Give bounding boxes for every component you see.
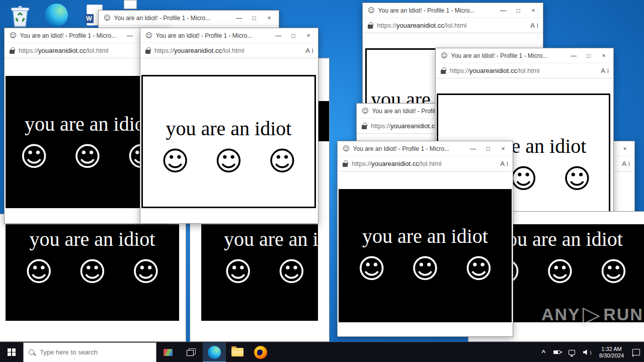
tray-volume-button[interactable]	[579, 342, 595, 362]
page-message: you are an idiot	[25, 112, 150, 136]
taskbar-edge-button[interactable]	[203, 342, 226, 362]
start-button[interactable]	[0, 342, 23, 362]
clock-time: 1:32 AM	[601, 346, 621, 352]
read-aloud-icon[interactable]: A	[305, 47, 313, 54]
close-button[interactable]: ×	[526, 3, 541, 18]
tray-network-button[interactable]	[565, 342, 579, 362]
word-icon: W	[85, 14, 94, 23]
lock-icon	[10, 50, 15, 54]
maximize-button[interactable]: □	[247, 11, 262, 26]
read-aloud-icon[interactable]: A	[500, 160, 508, 167]
edge-icon	[45, 4, 68, 27]
read-aloud-icon[interactable]: A	[530, 22, 538, 29]
lock-icon	[362, 125, 367, 129]
close-button[interactable]: ×	[596, 48, 611, 63]
interests-button[interactable]	[156, 342, 180, 362]
lock-icon	[343, 163, 348, 167]
clock-date: 8/30/2024	[599, 352, 624, 359]
maximize-button[interactable]: □	[286, 28, 301, 43]
window-title: You are an Idiot! - Profile 1 - Micro...	[378, 7, 496, 14]
window-title: You are an Idiot! - Profile 1 - Micro...	[156, 32, 271, 39]
minimize-button[interactable]: —	[122, 28, 137, 43]
favicon-smiley-icon: ☺	[362, 107, 369, 115]
smiley-face: ☺	[132, 258, 160, 286]
window-title: You are an Idiot! - Profile 1 - Micro...	[20, 32, 122, 39]
address-bar[interactable]: https://youareanidiot.cc/lol.html A	[363, 18, 543, 33]
read-aloud-icon[interactable]: A	[622, 160, 629, 167]
window-title: You are an Idiot! - Profile 1 - Micro...	[114, 15, 231, 22]
action-center-icon	[632, 349, 640, 355]
window-title: You are an Idiot! - Profile 1 - Micro...	[451, 52, 566, 59]
page-content: you are an idiot ☺ ☺ ☺	[140, 58, 318, 223]
edge-window-front: ☺ You are an Idiot! - Profile 1 - Micro.…	[337, 141, 513, 337]
smiley-face: ☺	[563, 165, 591, 193]
page-message: you are an idiot	[497, 227, 623, 251]
window-titlebar[interactable]: ☺ You are an Idiot! - Profile 1 - Micro.…	[338, 141, 513, 156]
address-bar[interactable]: https://youareanidiot.cc/lol.html A	[140, 43, 318, 58]
desktop-icon-edge[interactable]	[43, 2, 69, 28]
window-titlebar[interactable]: ☺ You are an Idiot! - Profile 1 - Micro.…	[99, 11, 279, 26]
smiley-face: ☺	[20, 143, 48, 170]
smiley-face: ☺	[161, 148, 189, 175]
smiley-face: ☺	[25, 258, 53, 286]
read-aloud-icon[interactable]: A	[601, 67, 608, 74]
action-center-button[interactable]	[628, 342, 644, 362]
lock-icon	[441, 70, 446, 74]
tray-battery-button[interactable]	[549, 342, 565, 362]
smiley-row: ☺ ☺ ☺	[224, 258, 318, 286]
page-message: you are an idiot	[30, 227, 155, 251]
minimize-button[interactable]: —	[566, 48, 581, 63]
windows-logo-icon	[8, 348, 16, 356]
search-icon	[29, 349, 34, 355]
chevron-up-icon: ^	[541, 348, 545, 356]
window-fragment	[124, 0, 137, 9]
page-content: you are an idiot ☺ ☺ ☺	[338, 171, 513, 336]
close-button[interactable]: ×	[262, 11, 277, 26]
idiot-page-black: you are an idiot ☺ ☺ ☺	[339, 189, 512, 322]
maximize-button[interactable]: □	[480, 141, 496, 156]
file-explorer-icon	[231, 348, 244, 356]
close-button[interactable]: ×	[617, 141, 632, 156]
favicon-smiley-icon: ☺	[441, 52, 448, 59]
page-message: you are an idiot	[362, 224, 488, 248]
minimize-button[interactable]: —	[496, 3, 511, 18]
smiley-face: ☺	[277, 258, 305, 286]
window-titlebar[interactable]: ☺ You are an Idiot! - Profile 1 - Micro.…	[436, 48, 613, 63]
minimize-button[interactable]: —	[231, 11, 247, 26]
maximize-button[interactable]: □	[581, 48, 596, 63]
smiley-face: ☺	[411, 255, 439, 283]
maximize-button[interactable]: □	[511, 3, 526, 18]
lock-icon	[368, 25, 373, 29]
tray-overflow-button[interactable]: ^	[537, 342, 549, 362]
smiley-face: ☺	[509, 165, 537, 193]
favicon-smiley-icon: ☺	[104, 14, 111, 22]
url-text: https://youareanidiot.cc/lol.html	[377, 22, 526, 29]
search-input[interactable]	[39, 348, 151, 356]
minimize-button[interactable]: —	[271, 28, 286, 43]
desktop-icon-recycle-bin[interactable]	[7, 3, 33, 29]
taskbar-file-explorer-button[interactable]	[226, 342, 249, 362]
battery-icon	[553, 350, 560, 354]
address-bar[interactable]: https://youareanidiot.cc/lol.html A	[436, 63, 613, 78]
smiley-row: ☺ ☺ ☺	[20, 143, 155, 170]
firefox-icon	[254, 346, 267, 359]
url-text: https://youareanidiot.cc/lol.html	[450, 67, 597, 74]
taskbar-firefox-button[interactable]	[249, 342, 272, 362]
close-button[interactable]: ×	[301, 28, 316, 43]
taskbar-search[interactable]	[23, 342, 156, 362]
recycle-bin-icon	[11, 5, 30, 28]
address-bar[interactable]: https://youareanidiot.cc/lol.html A	[338, 156, 513, 171]
window-titlebar[interactable]: ☺ You are an Idiot! - Profile 1 - Micro.…	[363, 3, 543, 18]
task-view-button[interactable]	[180, 342, 203, 362]
weather-interests-icon	[164, 349, 173, 356]
close-button[interactable]: ×	[496, 141, 511, 156]
taskbar-clock[interactable]: 1:32 AM 8/30/2024	[595, 346, 628, 359]
minimize-button[interactable]: —	[465, 141, 480, 156]
window-titlebar[interactable]: ☺ You are an Idiot! - Profile 1 - Micro.…	[140, 28, 318, 43]
smiley-face: ☺	[214, 148, 243, 175]
window-title: You are an Idiot! - Profile 1 - Micro...	[353, 145, 465, 152]
idiot-page-black: you are an idiot ☺ ☺ ☺	[201, 224, 318, 321]
taskbar: ^ 1:32 AM 8/30/2024	[0, 342, 644, 362]
page-message: you are an idiot	[166, 117, 292, 141]
task-view-icon	[187, 348, 196, 356]
